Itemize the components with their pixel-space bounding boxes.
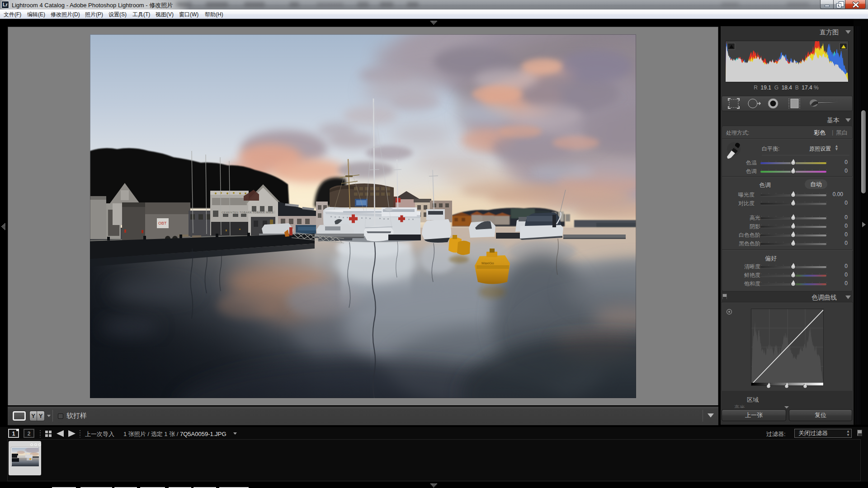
svg-text:CEMENTEN TOBAKK TOBAKK MIKS: CEMENTEN TOBAKK TOBAKK MIKS — [222, 211, 274, 214]
svg-text:MaxiGo: MaxiGo — [481, 261, 494, 265]
svg-text:OBT: OBT — [158, 221, 167, 225]
